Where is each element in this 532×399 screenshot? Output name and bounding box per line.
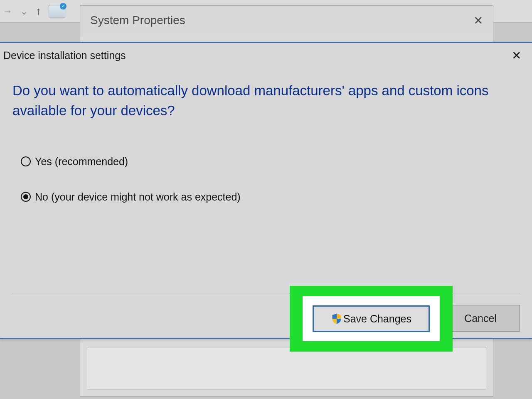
radio-icon: [21, 192, 31, 202]
radio-option-no[interactable]: No (your device might not work as expect…: [21, 191, 532, 203]
radio-label: No (your device might not work as expect…: [35, 191, 241, 203]
tutorial-highlight-inner: Save Changes: [303, 296, 440, 341]
dialog-header: Device installation settings ✕: [0, 43, 532, 64]
dialog-close-icon[interactable]: ✕: [508, 47, 525, 64]
save-changes-button[interactable]: Save Changes: [313, 305, 430, 332]
tutorial-highlight: Save Changes: [290, 286, 453, 352]
radio-option-yes[interactable]: Yes (recommended): [21, 156, 532, 168]
dialog-question: Do you want to automatically download ma…: [0, 64, 532, 121]
cancel-button[interactable]: Cancel: [441, 305, 520, 332]
device-installation-dialog: Device installation settings ✕ Do you wa…: [0, 42, 532, 339]
uac-shield-icon: [331, 313, 342, 325]
dialog-title: Device installation settings: [3, 50, 126, 62]
radio-group: Yes (recommended) No (your device might …: [0, 121, 532, 203]
cancel-button-label: Cancel: [464, 312, 497, 325]
save-changes-label: Save Changes: [343, 313, 411, 325]
radio-icon: [21, 156, 31, 166]
radio-label: Yes (recommended): [35, 156, 128, 168]
